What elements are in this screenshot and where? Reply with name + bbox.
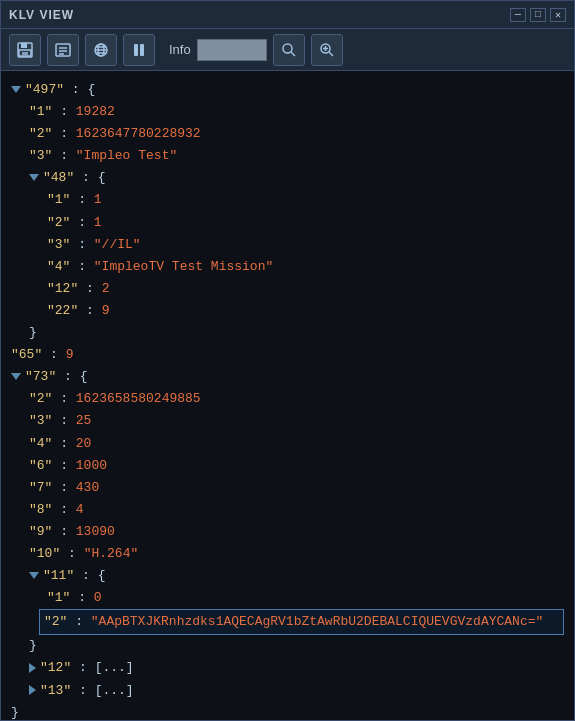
expand-triangle[interactable] [29,663,36,673]
toolbar: Info [1,29,574,71]
tree-row: "2" : "AApBTXJKRnhzdks1AQECAgRV1bZtAwRbU… [11,609,564,635]
tree-row: "73" : { [11,366,564,388]
tree-row: "497" : { [11,79,564,101]
collapse-triangle[interactable] [29,572,39,579]
tree-row: } [11,635,564,657]
tree-row: "6" : 1000 [11,455,564,477]
collapse-triangle[interactable] [11,373,21,380]
tree-row: } [11,702,564,720]
tree-row: "48" : { [11,167,564,189]
info-progress-bar [197,39,267,61]
tree-row: "22" : 9 [11,300,564,322]
minimize-button[interactable]: — [510,8,526,22]
restore-button[interactable]: □ [530,8,546,22]
title-bar: KLV VIEW — □ ✕ [1,1,574,29]
info-label: Info [169,42,191,57]
svg-point-17 [283,44,292,53]
search-button-1[interactable] [273,34,305,66]
network-button[interactable] [85,34,117,66]
tree-row: "1" : 19282 [11,101,564,123]
window-title: KLV VIEW [9,8,74,22]
tree-row: "3" : "Impleo Test" [11,145,564,167]
tree-row: "65" : 9 [11,344,564,366]
tree-row: "4" : "ImpleoTV Test Mission" [11,256,564,278]
close-button[interactable]: ✕ [550,8,566,22]
search-button-2[interactable] [311,34,343,66]
tree-row: "8" : 4 [11,499,564,521]
tree-row: "1" : 0 [11,587,564,609]
tree-row: "12" : 2 [11,278,564,300]
expand-triangle[interactable] [29,685,36,695]
svg-line-18 [291,52,295,56]
tree-row: "13" : [...] [11,680,564,702]
title-bar-controls: — □ ✕ [510,8,566,22]
svg-rect-1 [21,43,27,48]
tree-row: "10" : "H.264" [11,543,564,565]
tree-row: "11" : { [11,565,564,587]
tree-row: "1" : 1 [11,189,564,211]
tree-row: "4" : 20 [11,433,564,455]
tree-row: "12" : [...] [11,657,564,679]
tree-row: "9" : 13090 [11,521,564,543]
klv-content[interactable]: "497" : {"1" : 19282"2" : 16236477802289… [1,71,574,720]
klv-view-window: KLV VIEW — □ ✕ [0,0,575,721]
svg-rect-15 [134,44,138,56]
tree-row: "2" : 1623647780228932 [11,123,564,145]
tree-row: } [11,322,564,344]
save-button[interactable] [9,34,41,66]
tree-row: "2" : 1 [11,212,564,234]
tree-row: "3" : 25 [11,410,564,432]
tree-row: "3" : "//IL" [11,234,564,256]
pause-button[interactable] [123,34,155,66]
highlighted-value: "2" : "AApBTXJKRnhzdks1AQECAgRV1bZtAwRbU… [39,609,564,635]
tree-row: "2" : 1623658580249885 [11,388,564,410]
svg-line-20 [329,52,333,56]
open-button[interactable] [47,34,79,66]
collapse-triangle[interactable] [29,174,39,181]
collapse-triangle[interactable] [11,86,21,93]
title-bar-left: KLV VIEW [9,8,74,22]
svg-rect-16 [140,44,144,56]
tree-row: "7" : 430 [11,477,564,499]
